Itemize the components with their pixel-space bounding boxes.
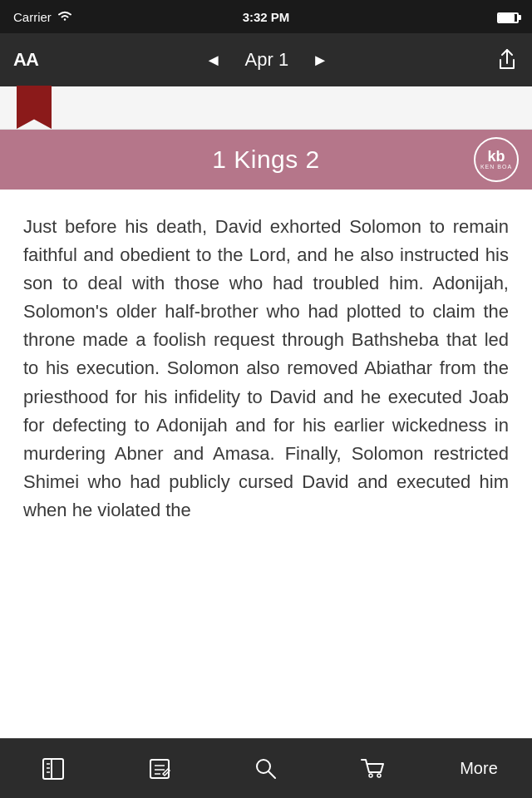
svg-rect-1 xyxy=(43,759,63,779)
content-area: Just before his death, David exhorted So… xyxy=(0,190,532,738)
ken-boa-logo: kb KEN BOA xyxy=(474,137,519,182)
status-left: Carrier xyxy=(13,10,73,24)
nav-bar: AA ◄ Apr 1 ► xyxy=(0,33,532,86)
cart-icon xyxy=(359,756,386,782)
search-icon xyxy=(253,756,279,782)
next-day-button[interactable]: ► xyxy=(305,47,335,73)
ken-boa-initials: kb xyxy=(487,149,505,164)
tab-more[interactable]: More xyxy=(426,739,532,798)
passage-text: Just before his death, David exhorted So… xyxy=(23,213,509,525)
notes-icon xyxy=(146,756,173,782)
wifi-icon xyxy=(57,10,73,24)
carrier-label: Carrier xyxy=(13,10,52,24)
chapter-title: 1 Kings 2 xyxy=(212,145,320,174)
bookmark-area xyxy=(0,86,532,130)
tab-cart[interactable] xyxy=(319,739,426,798)
bookmark-icon[interactable] xyxy=(17,86,52,129)
share-button[interactable] xyxy=(495,45,519,75)
svg-rect-6 xyxy=(150,760,169,778)
more-label: More xyxy=(460,759,498,778)
chapter-header: 1 Kings 2 kb KEN BOA xyxy=(0,130,532,190)
status-bar: Carrier 3:32 PM xyxy=(0,0,532,33)
time-label: 3:32 PM xyxy=(243,10,290,24)
svg-line-11 xyxy=(268,771,275,778)
tab-reading[interactable] xyxy=(0,739,106,798)
svg-point-13 xyxy=(377,774,381,777)
current-date: Apr 1 xyxy=(245,49,289,71)
tab-bar: More xyxy=(0,738,532,798)
tab-search[interactable] xyxy=(213,739,319,798)
book-icon xyxy=(40,756,66,782)
battery-icon xyxy=(497,10,519,24)
ken-boa-name: KEN BOA xyxy=(480,164,512,170)
svg-point-12 xyxy=(369,774,372,777)
prev-day-button[interactable]: ◄ xyxy=(199,47,229,73)
status-right xyxy=(497,10,519,24)
font-size-button[interactable]: AA xyxy=(13,49,38,71)
nav-center: ◄ Apr 1 ► xyxy=(199,47,335,73)
tab-notes[interactable] xyxy=(106,739,213,798)
